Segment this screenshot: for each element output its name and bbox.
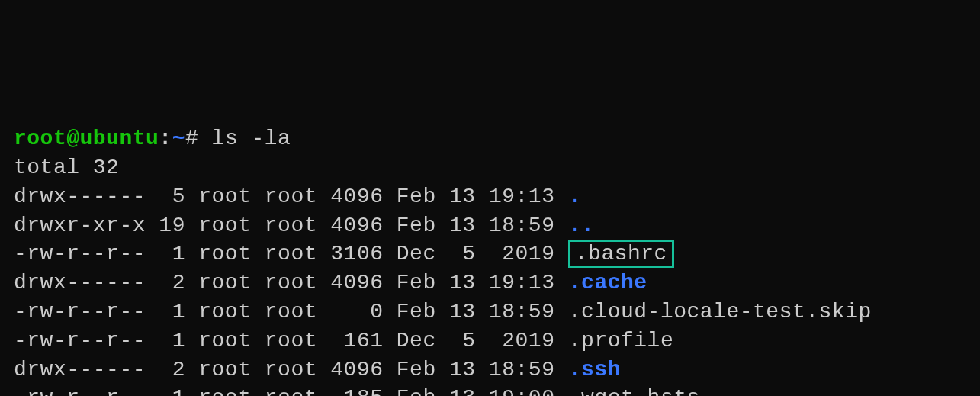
listing-row: drwx------ 2 root root 4096 Feb 13 19:13…: [14, 269, 966, 298]
time: 18:59: [476, 358, 555, 382]
day: 13: [436, 271, 476, 295]
listing-row: drwx------ 5 root root 4096 Feb 13 19:13…: [14, 182, 966, 211]
permissions: drwxr-xr-x: [14, 214, 146, 237]
day: 13: [436, 185, 476, 208]
size: 4096: [317, 271, 384, 295]
link-count: 1: [146, 386, 185, 396]
link-count: 2: [146, 358, 185, 382]
listing-row: -rw-r--r-- 1 root root 3106 Dec 5 2019 .…: [14, 240, 966, 269]
link-count: 19: [146, 214, 185, 237]
size: 185: [317, 386, 384, 396]
month: Feb: [384, 386, 436, 396]
owner: root: [185, 242, 252, 266]
group: root: [251, 300, 317, 324]
permissions: drwx------: [14, 358, 146, 382]
day: 13: [436, 386, 476, 396]
month: Feb: [384, 214, 436, 237]
day: 5: [436, 329, 476, 353]
listing-row: drwx------ 2 root root 4096 Feb 13 18:59…: [14, 356, 966, 385]
month: Feb: [384, 271, 436, 295]
listing-row: -rw-r--r-- 1 root root 185 Feb 13 19:00 …: [14, 384, 966, 396]
listing-row: -rw-r--r-- 1 root root 161 Dec 5 2019 .p…: [14, 327, 966, 356]
day: 13: [436, 214, 476, 237]
day: 5: [436, 242, 476, 266]
owner: root: [185, 185, 252, 208]
directory-name: .: [568, 185, 581, 208]
owner: root: [185, 386, 252, 396]
total-text: total 32: [14, 156, 119, 179]
day: 13: [436, 358, 476, 382]
owner: root: [185, 300, 252, 324]
permissions: -rw-r--r--: [14, 386, 146, 396]
size: 3106: [317, 242, 384, 266]
time: 18:59: [476, 300, 555, 324]
link-count: 2: [146, 271, 185, 295]
prompt-user-host: root@ubuntu: [14, 127, 159, 150]
prompt-colon: :: [159, 127, 172, 150]
group: root: [251, 271, 317, 295]
group: root: [251, 386, 317, 396]
month: Feb: [384, 300, 436, 324]
link-count: 1: [146, 300, 185, 324]
time: 2019: [476, 329, 555, 353]
owner: root: [185, 358, 252, 382]
group: root: [251, 214, 317, 237]
time: 2019: [476, 242, 555, 266]
owner: root: [185, 214, 252, 237]
group: root: [251, 242, 317, 266]
highlighted-file-name: .bashrc: [568, 240, 674, 268]
prompt-path: ~: [172, 127, 185, 150]
time: 18:59: [476, 214, 555, 237]
permissions: -rw-r--r--: [14, 242, 146, 266]
link-count: 1: [146, 242, 185, 266]
terminal-output[interactable]: root@ubuntu:~# ls -latotal 32drwx------ …: [14, 124, 966, 396]
directory-name: .ssh: [568, 358, 621, 382]
size: 4096: [317, 185, 384, 208]
time: 19:13: [476, 185, 555, 208]
file-name: .cloud-locale-test.skip: [568, 300, 872, 324]
total-line: total 32: [14, 153, 966, 182]
size: 0: [317, 300, 384, 324]
permissions: drwx------: [14, 271, 146, 295]
listing-row: drwxr-xr-x 19 root root 4096 Feb 13 18:5…: [14, 211, 966, 240]
day: 13: [436, 300, 476, 324]
link-count: 5: [146, 185, 185, 208]
month: Dec: [384, 329, 436, 353]
month: Feb: [384, 358, 436, 382]
file-name: .wget-hsts: [568, 386, 700, 396]
file-name: .profile: [568, 329, 673, 353]
group: root: [251, 185, 317, 208]
directory-name: .cache: [568, 271, 647, 295]
time: 19:00: [476, 386, 555, 396]
directory-name: ..: [568, 214, 595, 237]
command-text: ls -la: [212, 127, 291, 150]
owner: root: [185, 329, 252, 353]
prompt-line: root@ubuntu:~# ls -la: [14, 124, 966, 153]
prompt-symbol: #: [185, 127, 212, 150]
permissions: -rw-r--r--: [14, 329, 146, 353]
month: Feb: [384, 185, 436, 208]
link-count: 1: [146, 329, 185, 353]
size: 161: [317, 329, 384, 353]
listing-row: -rw-r--r-- 1 root root 0 Feb 13 18:59 .c…: [14, 298, 966, 327]
owner: root: [185, 271, 252, 295]
month: Dec: [384, 242, 436, 266]
permissions: -rw-r--r--: [14, 300, 146, 324]
group: root: [251, 329, 317, 353]
size: 4096: [317, 358, 384, 382]
time: 19:13: [476, 271, 555, 295]
size: 4096: [317, 214, 384, 237]
permissions: drwx------: [14, 185, 146, 208]
group: root: [251, 358, 317, 382]
